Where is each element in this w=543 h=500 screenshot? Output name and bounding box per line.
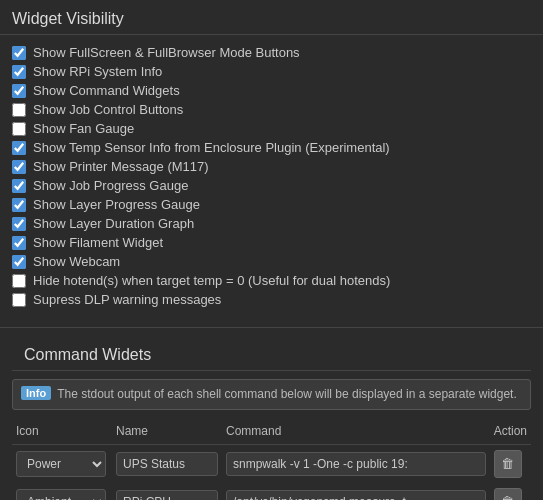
icon-select-0[interactable]: PowerAmbientFanTempCustom bbox=[16, 451, 106, 477]
widget-checkbox-fan-gauge[interactable] bbox=[12, 122, 26, 136]
widget-checkbox-fullscreen[interactable] bbox=[12, 46, 26, 60]
widget-item: Show RPi System Info bbox=[12, 62, 531, 81]
widget-item: Show Job Control Buttons bbox=[12, 100, 531, 119]
delete-button-0[interactable]: 🗑 bbox=[494, 450, 522, 478]
info-text: The stdout output of each shell command … bbox=[57, 386, 517, 403]
info-badge: Info bbox=[21, 386, 51, 400]
widget-label-layer-duration[interactable]: Show Layer Duration Graph bbox=[33, 216, 194, 231]
col-header-command: Command bbox=[222, 420, 490, 445]
widget-label-job-progress[interactable]: Show Job Progress Gauge bbox=[33, 178, 188, 193]
widget-checkbox-job-progress[interactable] bbox=[12, 179, 26, 193]
widget-label-layer-progress[interactable]: Show Layer Progress Gauge bbox=[33, 197, 200, 212]
name-input-0[interactable] bbox=[116, 452, 218, 476]
widget-visibility-title: Widget Visibility bbox=[0, 0, 543, 35]
table-row: PowerAmbientFanTempCustom🗑 bbox=[12, 483, 531, 500]
widget-checkbox-printer-message[interactable] bbox=[12, 160, 26, 174]
command-input-0[interactable] bbox=[226, 452, 486, 476]
widget-label-temp-sensor[interactable]: Show Temp Sensor Info from Enclosure Plu… bbox=[33, 140, 390, 155]
widget-item: Show Fan Gauge bbox=[12, 119, 531, 138]
widget-checkbox-filament[interactable] bbox=[12, 236, 26, 250]
widget-label-hide-hotend[interactable]: Hide hotend(s) when target temp = 0 (Use… bbox=[33, 273, 390, 288]
widget-label-command-widgets[interactable]: Show Command Widgets bbox=[33, 83, 180, 98]
command-input-1[interactable] bbox=[226, 490, 486, 500]
widget-label-job-control[interactable]: Show Job Control Buttons bbox=[33, 102, 183, 117]
widget-checkbox-command-widgets[interactable] bbox=[12, 84, 26, 98]
widget-checkbox-layer-duration[interactable] bbox=[12, 217, 26, 231]
command-widgets-section: Command Widets Info The stdout output of… bbox=[0, 336, 543, 500]
widget-label-suppress-dlp[interactable]: Supress DLP warning messages bbox=[33, 292, 221, 307]
info-bar: Info The stdout output of each shell com… bbox=[12, 379, 531, 410]
widget-item: Show Filament Widget bbox=[12, 233, 531, 252]
widget-label-fan-gauge[interactable]: Show Fan Gauge bbox=[33, 121, 134, 136]
widget-checkbox-temp-sensor[interactable] bbox=[12, 141, 26, 155]
widget-item: Show Command Widgets bbox=[12, 81, 531, 100]
widget-item: Show Webcam bbox=[12, 252, 531, 271]
widget-item: Show Printer Message (M117) bbox=[12, 157, 531, 176]
delete-button-1[interactable]: 🗑 bbox=[494, 488, 522, 500]
widget-checkbox-layer-progress[interactable] bbox=[12, 198, 26, 212]
col-header-name: Name bbox=[112, 420, 222, 445]
widget-item: Show Layer Progress Gauge bbox=[12, 195, 531, 214]
command-table: Icon Name Command Action PowerAmbientFan… bbox=[12, 420, 531, 500]
widget-item: Show Temp Sensor Info from Enclosure Plu… bbox=[12, 138, 531, 157]
widget-item: Hide hotend(s) when target temp = 0 (Use… bbox=[12, 271, 531, 290]
icon-select-1[interactable]: PowerAmbientFanTempCustom bbox=[16, 489, 106, 500]
widget-item: Show Job Progress Gauge bbox=[12, 176, 531, 195]
widget-item: Show FullScreen & FullBrowser Mode Butto… bbox=[12, 43, 531, 62]
widget-checkbox-webcam[interactable] bbox=[12, 255, 26, 269]
widget-item: Show Layer Duration Graph bbox=[12, 214, 531, 233]
widget-checkbox-rpi-system[interactable] bbox=[12, 65, 26, 79]
widget-label-fullscreen[interactable]: Show FullScreen & FullBrowser Mode Butto… bbox=[33, 45, 300, 60]
table-row: PowerAmbientFanTempCustom🗑 bbox=[12, 444, 531, 483]
widget-item: Supress DLP warning messages bbox=[12, 290, 531, 309]
widget-list: Show FullScreen & FullBrowser Mode Butto… bbox=[0, 43, 543, 319]
col-header-action: Action bbox=[490, 420, 531, 445]
widget-checkbox-hide-hotend[interactable] bbox=[12, 274, 26, 288]
widget-label-rpi-system[interactable]: Show RPi System Info bbox=[33, 64, 162, 79]
widget-label-filament[interactable]: Show Filament Widget bbox=[33, 235, 163, 250]
command-widgets-title: Command Widets bbox=[12, 336, 531, 371]
widget-visibility-section: Widget Visibility Show FullScreen & Full… bbox=[0, 0, 543, 319]
col-header-icon: Icon bbox=[12, 420, 112, 445]
widget-label-webcam[interactable]: Show Webcam bbox=[33, 254, 120, 269]
name-input-1[interactable] bbox=[116, 490, 218, 500]
widget-label-printer-message[interactable]: Show Printer Message (M117) bbox=[33, 159, 209, 174]
widget-checkbox-job-control[interactable] bbox=[12, 103, 26, 117]
widget-checkbox-suppress-dlp[interactable] bbox=[12, 293, 26, 307]
